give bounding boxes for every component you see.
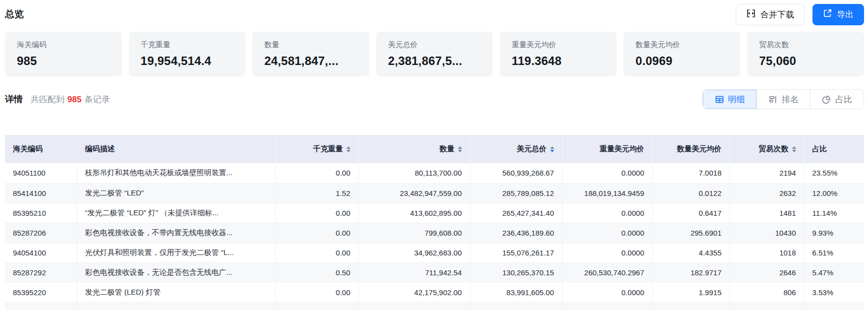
code-description-cell: 枝形吊灯和其他电动天花板或墙壁照明装置... [77, 163, 275, 183]
detail-bar: 详情 共匹配到985条记录 明细 [5, 89, 864, 109]
column-header-label: 占比 [812, 144, 827, 154]
usd-total-cell: 155,076,261.17 [470, 243, 562, 262]
match-count: 985 [67, 95, 81, 104]
match-prefix: 共匹配到 [31, 95, 64, 104]
usd-avg-by-weight-cell: 0.0000 [562, 163, 652, 183]
column-header-label: 千克重量 [313, 144, 343, 154]
usd-avg-by-qty-cell: 182.9717 [652, 262, 730, 282]
column-header-label: 数量 [440, 144, 455, 154]
hs-code-cell: 85287292 [5, 262, 77, 282]
top-actions: 合并下载 导出 [736, 4, 864, 25]
table-row: 85414100发光二极管 “LED”1.5223,482,947,559.00… [5, 183, 864, 203]
tab-label: 占比 [835, 94, 852, 105]
kg-weight-cell: 0.00 [275, 243, 358, 262]
trade-count-cell: 1481 [730, 203, 804, 223]
table-header-row: 海关编码编码描述千克重量数量美元总价重量美元均价数量美元均价贸易次数占比 [5, 135, 864, 163]
export-icon [823, 8, 832, 20]
column-header-trade-count[interactable]: 贸易次数 [730, 135, 804, 163]
code-description-cell: 彩色电视接收设备，无论是否包含无线电广... [77, 262, 275, 282]
share-cell: 23.55% [804, 163, 864, 183]
hs-code-cell: 85287206 [5, 223, 77, 243]
quantity-cell: 711,942.54 [358, 262, 470, 282]
stat-value: 75,060 [759, 54, 852, 68]
kg-weight-cell: 0.50 [275, 262, 358, 282]
stats-row: 海关编码 985 千克重量 19,954,514.4 数量 24,581,847… [5, 32, 864, 76]
sort-caret-down-icon[interactable] [550, 150, 554, 152]
usd-total-cell: 83,991,605.00 [470, 282, 562, 302]
column-header-share: 占比 [804, 135, 864, 163]
table-row: 85287292彩色电视接收设备，无论是否包含无线电广...0.50711,94… [5, 262, 864, 282]
sort-caret-up-icon[interactable] [347, 146, 350, 149]
export-button[interactable]: 导出 [812, 4, 864, 25]
column-header-label: 贸易次数 [759, 144, 789, 154]
sort-carets[interactable] [550, 146, 554, 152]
stat-value: 2,381,867,5... [388, 54, 481, 68]
code-description-cell: “发光二极管 “LED” 灯” （未提供详细标... [77, 203, 275, 223]
stat-card-usd-avg-by-qty: 数量美元均价 0.0969 [624, 32, 741, 76]
match-text: 共匹配到985条记录 [31, 94, 110, 105]
view-tabs: 明细 排名 占比 [702, 89, 864, 109]
column-header-hs-code: 海关编码 [5, 135, 77, 163]
match-suffix: 条记录 [84, 95, 110, 104]
share-cell: 9.93% [804, 223, 864, 243]
usd-avg-by-weight-cell: 0.0000 [562, 243, 652, 262]
column-header-usd-avg-by-qty: 数量美元均价 [652, 135, 730, 163]
usd-avg-by-qty-cell: 4.4355 [652, 243, 730, 262]
share-cell: 12.00% [804, 183, 864, 203]
sort-carets[interactable] [792, 146, 796, 152]
partial-next-row [5, 302, 864, 310]
tab-detail[interactable]: 明细 [703, 90, 756, 109]
export-label: 导出 [837, 9, 854, 20]
code-description-cell: 发光二极管 (LED) 灯管 [77, 282, 275, 302]
usd-avg-by-qty-cell: 1.9915 [652, 282, 730, 302]
usd-total-cell: 265,427,341.40 [470, 203, 562, 223]
sort-caret-up-icon[interactable] [792, 146, 796, 149]
quantity-cell: 42,175,902.00 [358, 282, 470, 302]
tab-label: 明细 [728, 94, 745, 105]
stat-label: 贸易次数 [759, 40, 852, 50]
column-header-usd-total[interactable]: 美元总价 [470, 135, 562, 163]
table-row: 94051100枝形吊灯和其他电动天花板或墙壁照明装置...0.0080,113… [5, 163, 864, 183]
stat-label: 海关编码 [17, 40, 110, 50]
usd-total-cell: 130,265,370.15 [470, 262, 562, 282]
stat-label: 数量美元均价 [636, 40, 729, 50]
stat-value: 0.0969 [636, 54, 729, 68]
ranking-icon [768, 95, 778, 104]
quantity-cell: 413,602,895.00 [358, 203, 470, 223]
table-row: 85395210“发光二极管 “LED” 灯” （未提供详细标...0.0041… [5, 203, 864, 223]
trade-count-cell: 10430 [730, 223, 804, 243]
table-row: 94054100光伏灯具和照明装置，仅用于发光二极管 “L...0.0034,9… [5, 243, 864, 262]
usd-avg-by-qty-cell: 7.0018 [652, 163, 730, 183]
sort-caret-down-icon[interactable] [347, 150, 350, 152]
top-bar: 总览 合并下载 [5, 0, 864, 23]
merge-download-button[interactable]: 合并下载 [736, 4, 805, 25]
sort-caret-down-icon[interactable] [458, 150, 462, 152]
usd-avg-by-weight-cell: 188,019,134.9459 [562, 183, 652, 203]
sort-caret-down-icon[interactable] [792, 150, 796, 152]
stat-card-kg-weight: 千克重量 19,954,514.4 [129, 32, 246, 76]
column-header-kg-weight[interactable]: 千克重量 [275, 135, 358, 163]
column-header-quantity[interactable]: 数量 [358, 135, 470, 163]
stat-label: 数量 [264, 40, 357, 50]
usd-avg-by-weight-cell: 0.0000 [562, 203, 652, 223]
share-cell: 5.47% [804, 262, 864, 282]
usd-avg-by-qty-cell: 0.6417 [652, 203, 730, 223]
usd-avg-by-qty-cell: 0.0122 [652, 183, 730, 203]
column-header-label: 编码描述 [85, 144, 115, 154]
usd-avg-by-weight-cell: 0.0000 [562, 223, 652, 243]
sort-carets[interactable] [347, 146, 350, 152]
tab-share[interactable]: 占比 [810, 90, 864, 109]
pie-icon [822, 95, 831, 104]
hs-code-cell: 85395220 [5, 282, 77, 302]
trade-count-cell: 806 [730, 282, 804, 302]
kg-weight-cell: 0.00 [275, 282, 358, 302]
stat-card-trade-count: 贸易次数 75,060 [747, 32, 864, 76]
usd-total-cell: 285,789,085.12 [470, 183, 562, 203]
sort-caret-up-icon[interactable] [550, 146, 554, 149]
tab-ranking[interactable]: 排名 [756, 90, 810, 109]
sort-carets[interactable] [458, 146, 462, 152]
trade-count-cell: 2632 [730, 183, 804, 203]
stat-card-hs-code: 海关编码 985 [5, 32, 122, 76]
sort-caret-up-icon[interactable] [458, 146, 462, 149]
stat-value: 985 [17, 54, 110, 68]
